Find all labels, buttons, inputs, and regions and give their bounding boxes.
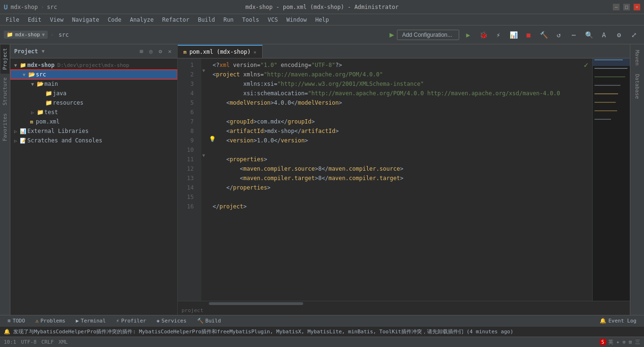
panel-settings-icon[interactable]: ⚙ xyxy=(157,48,164,55)
tree-label-pom: pom.xml xyxy=(36,118,60,125)
menu-file[interactable]: File xyxy=(2,16,23,24)
project-panel-title: Project xyxy=(14,48,38,55)
tree-label-java: java xyxy=(53,90,66,97)
tree-arrow-ext-libs: ▷ xyxy=(12,129,19,134)
tree-item-mdx-shop[interactable]: ▼ 📁 mdx-shop D:\dev\project\mdx-shop xyxy=(10,60,177,70)
search-everywhere-button[interactable]: 🔍 xyxy=(583,29,595,41)
collapse-all-icon[interactable]: ⊞ xyxy=(138,48,145,55)
tree-label-resources: resources xyxy=(53,99,83,106)
tree-item-ext-libs[interactable]: ▷ 📊 External Libraries xyxy=(10,126,177,136)
bottom-tab-services[interactable]: ◈ Services xyxy=(152,317,191,325)
title-bar-sep: › xyxy=(41,4,44,10)
bottom-tab-terminal[interactable]: ▶ Terminal xyxy=(71,317,111,325)
maven-panel-tab[interactable]: Maven xyxy=(632,46,642,69)
menu-window[interactable]: Window xyxy=(282,16,310,24)
menu-refactor[interactable]: Refactor xyxy=(158,16,193,24)
bottom-tab-build[interactable]: 🔨 Build xyxy=(192,317,226,325)
bottom-tab-todo[interactable]: ≡ TODO xyxy=(3,317,30,325)
tree-label-ext-libs: External Libraries xyxy=(27,128,89,134)
close-button[interactable]: ✕ xyxy=(634,4,640,10)
tip-icon-line9[interactable]: 💡 xyxy=(209,136,216,142)
svg-rect-7 xyxy=(594,110,617,111)
resources-folder-icon: 📁 xyxy=(44,99,53,107)
tree-arrow-main: ▼ xyxy=(29,82,36,87)
sync-button[interactable]: ↺ xyxy=(553,29,565,41)
csdn-area: S 英 ✦ ⊕ ⊞ 三 xyxy=(600,339,640,346)
coverage-button[interactable]: ⚡ xyxy=(492,29,504,41)
code-line-13: <maven.compiler.target>8</maven.compiler… xyxy=(213,174,588,183)
tree-item-pom-xml[interactable]: · m pom.xml xyxy=(10,117,177,126)
debug-button[interactable]: 🐞 xyxy=(477,29,489,41)
menu-analyze[interactable]: Analyze xyxy=(126,16,157,24)
horizontal-scrollbar[interactable] xyxy=(178,301,630,306)
code-line-12: <maven.compiler.source>8</maven.compiler… xyxy=(213,164,588,174)
panel-dropdown-icon[interactable]: ▼ xyxy=(42,49,45,54)
bottom-tab-problems[interactable]: ⚠ Problems xyxy=(31,317,70,325)
code-editor[interactable]: ✓ 1 2 3 4 5 6 7 8 9 10 11 12 13 14 15 16 xyxy=(178,58,630,301)
vtab-structure[interactable]: Structure xyxy=(0,74,9,109)
bottom-tab-profiler[interactable]: ⚡ Profiler xyxy=(111,317,151,325)
status-line-ending[interactable]: CRLF xyxy=(41,339,54,345)
fold-marker-11[interactable]: ▼ xyxy=(202,153,205,158)
menu-help[interactable]: Help xyxy=(312,16,333,24)
menu-navigate[interactable]: Navigate xyxy=(68,16,103,24)
title-bar: U mdx-shop › src mdx-shop - pom.xml (mdx… xyxy=(0,0,644,14)
right-panel: Maven Database xyxy=(630,44,644,315)
event-log-tab[interactable]: 🔔 Event Log xyxy=(595,317,641,325)
tree-arrow-scratches: ▷ xyxy=(12,138,19,143)
profile-button[interactable]: 📊 xyxy=(507,29,520,41)
add-configuration-button[interactable]: Add Configuration... xyxy=(397,30,459,40)
scroll-to-center-icon[interactable]: ◎ xyxy=(147,48,155,55)
build-button[interactable]: 🔨 xyxy=(537,29,550,41)
expand-button[interactable]: ⤢ xyxy=(628,29,640,41)
bottom-toolbar: ≡ TODO ⚠ Problems ▶ Terminal ⚡ Profiler … xyxy=(0,315,644,326)
code-line-9: <version>1.0.0</version> xyxy=(213,136,588,145)
code-line-7: <groupId>com.mdx</groupId> xyxy=(213,117,588,126)
title-bar-src: src xyxy=(47,4,57,10)
panel-close-icon[interactable]: ✕ xyxy=(166,48,173,55)
tree-item-scratches[interactable]: ▷ 📝 Scratches and Consoles xyxy=(10,136,177,145)
tree-item-resources[interactable]: ▷ 📁 resources xyxy=(10,98,177,107)
tree-item-test[interactable]: ▷ 📁 test xyxy=(10,107,177,117)
minimize-button[interactable]: — xyxy=(613,4,619,10)
vtab-favorites[interactable]: Favorites xyxy=(0,109,9,145)
title-bar-left: U mdx-shop › src xyxy=(4,3,57,11)
maximize-button[interactable]: □ xyxy=(623,4,630,10)
chevron-down-icon[interactable]: ▼ xyxy=(42,32,45,37)
stop-button[interactable]: ■ xyxy=(522,29,535,41)
menu-vcs[interactable]: VCS xyxy=(264,16,282,24)
menu-build[interactable]: Build xyxy=(194,16,219,24)
svg-rect-1 xyxy=(594,59,623,60)
language-label: XML xyxy=(58,339,68,345)
tab-pom-xml[interactable]: m pom.xml (mdx-shop) ✕ xyxy=(178,45,263,58)
database-panel-tab[interactable]: Database xyxy=(632,70,642,103)
code-content[interactable]: <?xml version="1.0" encoding="UTF-8"?> <… xyxy=(209,58,592,301)
tree-item-main[interactable]: ▼ 📂 main xyxy=(10,79,177,89)
settings-button[interactable]: ⚙ xyxy=(613,29,625,41)
vtab-project[interactable]: Project xyxy=(0,44,9,74)
svg-rect-2 xyxy=(594,68,627,69)
tree-item-java[interactable]: ▷ 📁 java xyxy=(10,89,177,98)
tree-item-src[interactable]: ▼ 📂 src xyxy=(10,70,177,79)
run-button[interactable]: ▶ xyxy=(462,29,474,41)
status-position[interactable]: 10:1 xyxy=(4,339,17,345)
title-bar-title: mdx-shop - pom.xml (mdx-shop) - Administ… xyxy=(245,4,398,10)
tab-close-pom[interactable]: ✕ xyxy=(254,50,256,55)
project-icon: 📁 xyxy=(7,32,13,38)
menu-run[interactable]: Run xyxy=(220,16,238,24)
menu-code[interactable]: Code xyxy=(104,16,125,24)
csdn-badge: S xyxy=(600,339,606,345)
translate-button[interactable]: A xyxy=(598,29,610,41)
tab-icon-pom: m xyxy=(183,49,187,55)
build-icon: 🔨 xyxy=(197,318,204,324)
status-language[interactable]: XML xyxy=(58,339,68,345)
menu-tools[interactable]: Tools xyxy=(239,16,263,24)
project-panel-header: Project ▼ ⊞ ◎ ⚙ ✕ xyxy=(10,44,177,58)
fold-marker-2[interactable]: ▼ xyxy=(202,68,205,73)
h-scrollbar-thumb[interactable] xyxy=(209,302,303,305)
menu-edit[interactable]: Edit xyxy=(24,16,45,24)
menu-view[interactable]: View xyxy=(46,16,67,24)
editor-bottom-path: project xyxy=(178,306,630,315)
more-button[interactable]: ⋯ xyxy=(568,29,580,41)
status-encoding[interactable]: UTF-8 xyxy=(21,339,37,345)
